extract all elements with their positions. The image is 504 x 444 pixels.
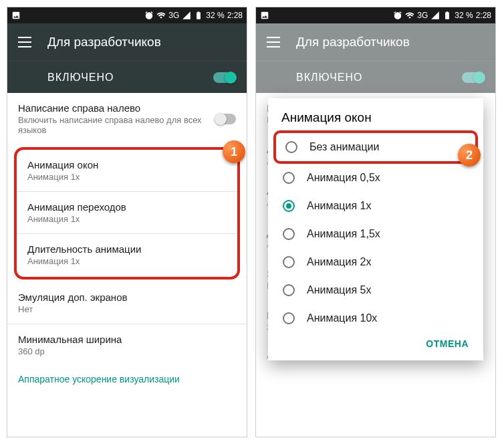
radio-label: Анимация 10x — [307, 312, 377, 324]
radio-icon — [283, 284, 295, 296]
battery-icon — [443, 11, 452, 20]
page-title: Для разработчиков — [296, 35, 410, 49]
radio-icon — [283, 200, 295, 212]
network-label: 3G — [417, 11, 428, 20]
dialog-title: Анимация окон — [273, 110, 478, 130]
battery-label: 32 % — [455, 11, 473, 20]
phone-right: 3G 32 % 2:28 Для разработчиков ВКЛЮЧЕНО … — [255, 7, 496, 437]
network-label: 3G — [168, 11, 179, 20]
alarm-icon — [393, 11, 402, 20]
radio-option[interactable]: Анимация 10x — [273, 304, 478, 332]
radio-label: Анимация 1,5x — [307, 228, 380, 240]
radio-icon — [283, 228, 295, 240]
menu-icon[interactable] — [18, 37, 31, 47]
signal-icon — [430, 11, 440, 20]
time-label: 2:28 — [476, 11, 491, 20]
radio-icon — [283, 312, 295, 324]
radio-label: Анимация 0,5x — [307, 172, 380, 184]
radio-option[interactable]: Анимация 0,5x — [273, 164, 478, 192]
radio-option[interactable]: Анимация 2x — [273, 248, 478, 276]
app-bar: Для разработчиков — [256, 23, 495, 61]
master-toggle-row[interactable]: ВКЛЮЧЕНО — [7, 61, 247, 93]
setting-title: Написание справа налево — [18, 102, 215, 114]
cancel-button[interactable]: ОТМЕНА — [426, 338, 469, 349]
master-toggle-switch[interactable] — [213, 72, 236, 83]
phone-left: 3G 32 % 2:28 Для разработчиков ВКЛЮЧЕНО … — [7, 7, 247, 437]
radio-option[interactable]: Анимация 1x — [273, 192, 478, 220]
setting-animation-duration[interactable]: Длительность анимации Анимация 1x — [17, 234, 237, 275]
radio-label: Анимация 2x — [307, 256, 371, 268]
radio-label: Анимация 1x — [307, 200, 371, 212]
image-icon — [260, 11, 269, 20]
setting-window-animation[interactable]: Анимация окон Анимация 1x — [17, 150, 237, 191]
image-icon — [11, 11, 21, 20]
master-toggle-label: ВКЛЮЧЕНО — [47, 72, 114, 84]
setting-secondary-displays[interactable]: Эмуляция доп. экранов Нет — [7, 282, 247, 324]
menu-icon — [267, 37, 280, 47]
signal-icon — [182, 11, 191, 20]
highlight-group-1: 1 Анимация окон Анимация 1x Анимация пер… — [14, 147, 240, 280]
section-hw-accel: Аппаратное ускорение визуализации — [7, 366, 247, 393]
master-toggle-switch — [462, 72, 485, 83]
radio-option[interactable]: Анимация 5x — [273, 276, 478, 304]
callout-badge-2: 2 — [458, 144, 481, 166]
status-bar: 3G 32 % 2:28 — [256, 7, 495, 23]
radio-icon — [283, 256, 295, 268]
radio-label: Без анимации — [309, 141, 379, 153]
radio-option[interactable]: Без анимации2 — [273, 130, 478, 164]
status-bar: 3G 32 % 2:28 — [7, 7, 247, 23]
setting-transition-animation[interactable]: Анимация переходов Анимация 1x — [17, 192, 237, 233]
battery-icon — [194, 11, 203, 20]
master-toggle-row: ВКЛЮЧЕНО — [256, 61, 495, 93]
app-bar: Для разработчиков — [7, 23, 247, 61]
setting-rtl[interactable]: Написание справа налево Включить написан… — [7, 93, 247, 144]
callout-badge-1: 1 — [223, 140, 245, 163]
alarm-icon — [144, 11, 154, 20]
radio-label: Анимация 5x — [307, 284, 371, 296]
setting-sub: Включить написание справа налево для все… — [18, 115, 215, 135]
wifi-icon — [156, 11, 166, 20]
radio-icon — [283, 172, 295, 184]
time-label: 2:28 — [227, 11, 243, 20]
rtl-toggle-switch[interactable] — [215, 114, 236, 124]
radio-icon — [285, 141, 297, 153]
page-title: Для разработчиков — [47, 35, 161, 49]
radio-option[interactable]: Анимация 1,5x — [273, 220, 478, 248]
animation-scale-dialog: Анимация окон Без анимации2Анимация 0,5x… — [268, 98, 483, 360]
wifi-icon — [405, 11, 414, 20]
setting-min-width[interactable]: Минимальная ширина 360 dp — [7, 324, 247, 366]
battery-label: 32 % — [206, 11, 224, 20]
